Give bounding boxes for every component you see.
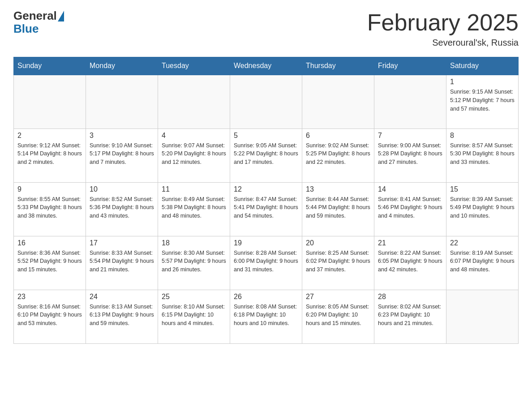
calendar-week-row: 16Sunrise: 8:36 AM Sunset: 5:52 PM Dayli… xyxy=(14,236,519,290)
day-info: Sunrise: 8:57 AM Sunset: 5:30 PM Dayligh… xyxy=(450,141,515,167)
logo-triangle-icon xyxy=(58,11,64,21)
calendar-cell: 25Sunrise: 8:10 AM Sunset: 6:15 PM Dayli… xyxy=(158,290,230,343)
day-info: Sunrise: 8:10 AM Sunset: 6:15 PM Dayligh… xyxy=(162,303,226,328)
day-info: Sunrise: 8:16 AM Sunset: 6:10 PM Dayligh… xyxy=(17,303,82,328)
day-info: Sunrise: 8:19 AM Sunset: 6:07 PM Dayligh… xyxy=(450,249,515,274)
day-number: 4 xyxy=(162,132,226,140)
day-of-week-header: Wednesday xyxy=(230,57,302,75)
logo-blue-text: Blue xyxy=(13,22,64,36)
day-number: 12 xyxy=(234,185,298,193)
day-info: Sunrise: 8:36 AM Sunset: 5:52 PM Dayligh… xyxy=(17,249,82,274)
calendar-cell: 13Sunrise: 8:44 AM Sunset: 5:44 PM Dayli… xyxy=(302,182,374,236)
calendar-cell: 6Sunrise: 9:02 AM Sunset: 5:25 PM Daylig… xyxy=(302,128,374,182)
calendar-cell: 11Sunrise: 8:49 AM Sunset: 5:38 PM Dayli… xyxy=(158,182,230,236)
day-info: Sunrise: 9:10 AM Sunset: 5:17 PM Dayligh… xyxy=(90,141,154,167)
day-info: Sunrise: 8:41 AM Sunset: 5:46 PM Dayligh… xyxy=(378,195,442,220)
calendar-cell: 22Sunrise: 8:19 AM Sunset: 6:07 PM Dayli… xyxy=(446,236,519,290)
calendar-header-row: SundayMondayTuesdayWednesdayThursdayFrid… xyxy=(14,57,519,75)
day-info: Sunrise: 9:00 AM Sunset: 5:28 PM Dayligh… xyxy=(378,141,442,167)
day-number: 27 xyxy=(306,293,370,301)
calendar-cell: 21Sunrise: 8:22 AM Sunset: 6:05 PM Dayli… xyxy=(374,236,446,290)
calendar-cell xyxy=(86,75,158,128)
calendar-cell: 14Sunrise: 8:41 AM Sunset: 5:46 PM Dayli… xyxy=(374,182,446,236)
calendar-cell: 2Sunrise: 9:12 AM Sunset: 5:14 PM Daylig… xyxy=(14,128,86,182)
calendar-cell: 20Sunrise: 8:25 AM Sunset: 6:02 PM Dayli… xyxy=(302,236,374,290)
day-number: 25 xyxy=(162,293,226,301)
day-info: Sunrise: 9:12 AM Sunset: 5:14 PM Dayligh… xyxy=(17,141,82,167)
day-number: 13 xyxy=(306,185,370,193)
day-number: 23 xyxy=(17,293,82,301)
day-number: 26 xyxy=(234,293,298,301)
day-of-week-header: Sunday xyxy=(14,57,86,75)
calendar-cell: 15Sunrise: 8:39 AM Sunset: 5:49 PM Dayli… xyxy=(446,182,519,236)
day-number: 2 xyxy=(17,132,82,140)
calendar-week-row: 2Sunrise: 9:12 AM Sunset: 5:14 PM Daylig… xyxy=(14,128,519,182)
day-number: 17 xyxy=(90,239,154,247)
day-info: Sunrise: 8:52 AM Sunset: 5:36 PM Dayligh… xyxy=(90,195,154,220)
calendar-cell: 27Sunrise: 8:05 AM Sunset: 6:20 PM Dayli… xyxy=(302,290,374,343)
calendar-week-row: 23Sunrise: 8:16 AM Sunset: 6:10 PM Dayli… xyxy=(14,290,519,343)
page-header: General Blue February 2025 Severoural'sk… xyxy=(13,9,519,48)
day-info: Sunrise: 9:07 AM Sunset: 5:20 PM Dayligh… xyxy=(162,141,226,167)
day-of-week-header: Thursday xyxy=(302,57,374,75)
day-info: Sunrise: 8:25 AM Sunset: 6:02 PM Dayligh… xyxy=(306,249,370,274)
day-info: Sunrise: 8:05 AM Sunset: 6:20 PM Dayligh… xyxy=(306,303,370,328)
location: Severoural'sk, Russia xyxy=(367,38,519,48)
calendar-cell: 28Sunrise: 8:02 AM Sunset: 6:23 PM Dayli… xyxy=(374,290,446,343)
calendar-cell: 17Sunrise: 8:33 AM Sunset: 5:54 PM Dayli… xyxy=(86,236,158,290)
day-number: 22 xyxy=(450,239,515,247)
day-number: 10 xyxy=(90,185,154,193)
day-number: 8 xyxy=(450,132,515,140)
day-number: 3 xyxy=(90,132,154,140)
day-number: 20 xyxy=(306,239,370,247)
calendar-cell: 7Sunrise: 9:00 AM Sunset: 5:28 PM Daylig… xyxy=(374,128,446,182)
day-info: Sunrise: 8:44 AM Sunset: 5:44 PM Dayligh… xyxy=(306,195,370,220)
day-info: Sunrise: 8:49 AM Sunset: 5:38 PM Dayligh… xyxy=(162,195,226,220)
calendar-week-row: 1Sunrise: 9:15 AM Sunset: 5:12 PM Daylig… xyxy=(14,75,519,128)
day-number: 16 xyxy=(17,239,82,247)
day-info: Sunrise: 8:28 AM Sunset: 6:00 PM Dayligh… xyxy=(234,249,298,274)
calendar-cell xyxy=(158,75,230,128)
calendar-cell: 24Sunrise: 8:13 AM Sunset: 6:13 PM Dayli… xyxy=(86,290,158,343)
logo-general-text: General xyxy=(13,9,57,23)
calendar-cell: 12Sunrise: 8:47 AM Sunset: 5:41 PM Dayli… xyxy=(230,182,302,236)
calendar-cell: 3Sunrise: 9:10 AM Sunset: 5:17 PM Daylig… xyxy=(86,128,158,182)
day-info: Sunrise: 8:39 AM Sunset: 5:49 PM Dayligh… xyxy=(450,195,515,220)
day-number: 1 xyxy=(450,78,515,86)
calendar-cell: 16Sunrise: 8:36 AM Sunset: 5:52 PM Dayli… xyxy=(14,236,86,290)
day-number: 6 xyxy=(306,132,370,140)
day-number: 21 xyxy=(378,239,442,247)
day-info: Sunrise: 8:08 AM Sunset: 6:18 PM Dayligh… xyxy=(234,303,298,328)
day-of-week-header: Friday xyxy=(374,57,446,75)
day-of-week-header: Tuesday xyxy=(158,57,230,75)
day-of-week-header: Saturday xyxy=(446,57,519,75)
calendar-cell: 9Sunrise: 8:55 AM Sunset: 5:33 PM Daylig… xyxy=(14,182,86,236)
day-number: 5 xyxy=(234,132,298,140)
day-number: 9 xyxy=(17,185,82,193)
day-info: Sunrise: 9:05 AM Sunset: 5:22 PM Dayligh… xyxy=(234,141,298,167)
month-title: February 2025 xyxy=(367,9,519,36)
day-number: 24 xyxy=(90,293,154,301)
calendar-week-row: 9Sunrise: 8:55 AM Sunset: 5:33 PM Daylig… xyxy=(14,182,519,236)
calendar-cell: 1Sunrise: 9:15 AM Sunset: 5:12 PM Daylig… xyxy=(446,75,519,128)
calendar-cell: 18Sunrise: 8:30 AM Sunset: 5:57 PM Dayli… xyxy=(158,236,230,290)
day-info: Sunrise: 9:15 AM Sunset: 5:12 PM Dayligh… xyxy=(450,88,515,113)
day-info: Sunrise: 8:02 AM Sunset: 6:23 PM Dayligh… xyxy=(378,303,442,328)
calendar-cell xyxy=(446,290,519,343)
calendar-table: SundayMondayTuesdayWednesdayThursdayFrid… xyxy=(13,57,519,344)
calendar-cell: 26Sunrise: 8:08 AM Sunset: 6:18 PM Dayli… xyxy=(230,290,302,343)
day-info: Sunrise: 8:55 AM Sunset: 5:33 PM Dayligh… xyxy=(17,195,82,220)
calendar-cell xyxy=(302,75,374,128)
day-info: Sunrise: 8:22 AM Sunset: 6:05 PM Dayligh… xyxy=(378,249,442,274)
day-number: 19 xyxy=(234,239,298,247)
calendar-cell xyxy=(374,75,446,128)
day-info: Sunrise: 8:47 AM Sunset: 5:41 PM Dayligh… xyxy=(234,195,298,220)
day-info: Sunrise: 9:02 AM Sunset: 5:25 PM Dayligh… xyxy=(306,141,370,167)
calendar-cell xyxy=(230,75,302,128)
calendar-cell: 23Sunrise: 8:16 AM Sunset: 6:10 PM Dayli… xyxy=(14,290,86,343)
day-info: Sunrise: 8:30 AM Sunset: 5:57 PM Dayligh… xyxy=(162,249,226,274)
calendar-cell: 5Sunrise: 9:05 AM Sunset: 5:22 PM Daylig… xyxy=(230,128,302,182)
day-of-week-header: Monday xyxy=(86,57,158,75)
calendar-cell: 19Sunrise: 8:28 AM Sunset: 6:00 PM Dayli… xyxy=(230,236,302,290)
day-number: 7 xyxy=(378,132,442,140)
